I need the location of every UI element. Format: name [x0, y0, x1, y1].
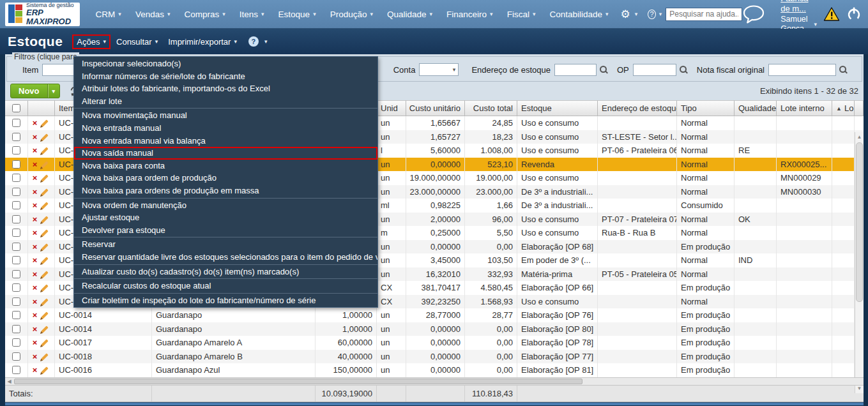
delete-icon[interactable]: × [33, 229, 38, 237]
edit-pencil-icon[interactable] [40, 297, 50, 306]
menu-item[interactable]: Ajustar estoque [74, 211, 377, 224]
edit-pencil-icon[interactable] [40, 132, 50, 142]
header-col1[interactable] [28, 100, 55, 116]
menu-item[interactable]: Reservar [74, 238, 377, 251]
nav-menu-produção[interactable]: Produção▾ [323, 6, 380, 23]
menu-item[interactable]: Atualizar custo do(s) cadastro(s) do(s) … [74, 266, 377, 278]
op-filter-input[interactable] [633, 64, 676, 76]
nav-menu-compras[interactable]: Compras▾ [177, 6, 232, 23]
delete-icon[interactable]: × [33, 174, 38, 182]
delete-icon[interactable]: × [33, 311, 38, 319]
row-checkbox[interactable] [12, 311, 20, 319]
scroll-left-icon[interactable]: ◀ [5, 378, 13, 385]
edit-pencil-icon[interactable] [40, 200, 50, 210]
delete-icon[interactable]: × [33, 160, 38, 169]
company-link[interactable]: Fábrica de m... [780, 0, 817, 15]
menu-item[interactable]: Criar boletim de inspeção do lote do fab… [74, 294, 377, 307]
header-estoque[interactable]: Estoque [517, 100, 598, 116]
delete-icon[interactable]: × [33, 325, 38, 333]
op-search-icon[interactable] [679, 65, 688, 74]
row-checkbox[interactable] [12, 188, 20, 196]
row-checkbox[interactable] [12, 270, 20, 278]
menu-item[interactable]: Nova movimentação manual [74, 109, 377, 122]
edit-pencil-icon[interactable] [40, 324, 50, 334]
endereco-filter-input[interactable] [554, 64, 597, 76]
row-checkbox[interactable] [12, 366, 20, 374]
menu-consultar[interactable]: Consultar ▾ [112, 35, 162, 49]
row-checkbox[interactable] [12, 338, 20, 347]
menu-imprimir-exportar[interactable]: Imprimir/exportar ▾ [164, 35, 241, 49]
menu-item[interactable]: Inspecionar selecionado(s) [74, 57, 377, 70]
edit-pencil-icon[interactable] [40, 242, 50, 252]
header-tipo[interactable]: Tipo [677, 100, 735, 116]
header-lote-interno[interactable]: Lote interno [777, 100, 832, 116]
menu-item[interactable]: Nova saída manual [74, 147, 377, 160]
gear-chevron-down-icon[interactable]: ▾ [635, 11, 638, 17]
select-all-checkbox[interactable] [12, 104, 20, 112]
endereco-search-icon[interactable] [599, 65, 608, 74]
edit-pencil-icon[interactable] [40, 255, 50, 265]
novo-chevron-down-icon[interactable]: ▾ [48, 88, 60, 94]
edit-pencil-icon[interactable] [40, 269, 50, 279]
edit-pencil-icon[interactable] [40, 338, 50, 347]
delete-icon[interactable]: × [33, 146, 38, 154]
header-unid[interactable]: Unid [377, 100, 406, 116]
delete-icon[interactable]: × [33, 283, 38, 292]
scroll-up-icon[interactable]: ▲ [855, 132, 864, 142]
menu-item[interactable]: Atribuir lotes do fabricante, importando… [74, 82, 377, 95]
nav-menu-qualidade[interactable]: Qualidade▾ [380, 6, 439, 23]
filters-legend[interactable]: Filtros (clique para [12, 52, 79, 61]
nota-filter-input[interactable] [768, 64, 836, 76]
row-checkbox[interactable] [12, 160, 20, 169]
delete-icon[interactable]: × [33, 215, 38, 223]
vertical-scrollbar[interactable]: ▲ ▼ [855, 132, 864, 393]
page-help-chevron-down-icon[interactable]: ▾ [264, 38, 268, 45]
menu-item[interactable]: Nova baixa para ordem de produção [74, 172, 377, 184]
user-chevron-down-icon[interactable]: ▾ [814, 21, 817, 28]
row-checkbox[interactable] [12, 256, 20, 264]
power-icon[interactable] [846, 6, 862, 22]
nav-menu-itens[interactable]: Itens▾ [232, 6, 271, 23]
horizontal-scrollbar-thumb[interactable] [14, 379, 582, 384]
conta-filter-select[interactable]: ▾ [419, 63, 459, 76]
edit-pencil-icon[interactable] [40, 146, 50, 155]
novo-button[interactable]: Novo ▾ [10, 84, 60, 98]
help-chevron-down-icon[interactable]: ▾ [659, 11, 662, 17]
delete-icon[interactable]: × [33, 119, 38, 127]
chat-bubble-icon[interactable] [742, 4, 765, 24]
menu-item[interactable]: Nova baixa para conta [74, 160, 377, 172]
nav-menu-contabilidade[interactable]: Contabilidade▾ [542, 6, 615, 23]
delete-icon[interactable]: × [33, 133, 38, 141]
nav-menu-estoque[interactable]: Estoque▾ [271, 6, 323, 23]
row-checkbox[interactable] [12, 352, 20, 361]
delete-icon[interactable]: × [33, 201, 38, 209]
edit-pencil-icon[interactable] [40, 228, 50, 237]
edit-pencil-icon[interactable] [40, 214, 50, 224]
menu-item[interactable]: Devolver para estoque [74, 224, 377, 237]
delete-icon[interactable]: × [33, 297, 38, 306]
edit-pencil-icon[interactable] [40, 160, 50, 169]
row-checkbox[interactable] [12, 201, 20, 209]
menu-item[interactable]: Nova entrada manual [74, 122, 377, 135]
delete-icon[interactable]: × [33, 256, 38, 264]
edit-pencil-icon[interactable] [40, 173, 50, 183]
menu-item[interactable]: Alterar lote [74, 95, 377, 108]
delete-icon[interactable]: × [33, 243, 38, 251]
nota-search-icon[interactable] [839, 65, 848, 74]
delete-icon[interactable]: × [33, 188, 38, 196]
nav-menu-fiscal[interactable]: Fiscal▾ [500, 6, 543, 23]
row-checkbox[interactable] [12, 174, 20, 182]
menu-item[interactable]: Informar números de série/lote do fabric… [74, 70, 377, 83]
delete-icon[interactable]: × [33, 366, 38, 374]
help-search-input[interactable] [666, 8, 742, 21]
delete-icon[interactable]: × [33, 338, 38, 347]
header-lo[interactable]: ▲Lo [832, 100, 855, 116]
nav-menu-vendas[interactable]: Vendas▾ [128, 6, 178, 23]
row-checkbox[interactable] [12, 243, 20, 251]
edit-pencil-icon[interactable] [40, 283, 50, 292]
header-custo-unitário[interactable]: Custo unitário [406, 100, 465, 116]
gear-icon[interactable]: ⚙ [616, 6, 632, 22]
menu-item[interactable]: Reservar quantidade livre dos estoques s… [74, 251, 377, 264]
row-checkbox[interactable] [12, 215, 20, 223]
delete-icon[interactable]: × [33, 352, 38, 361]
